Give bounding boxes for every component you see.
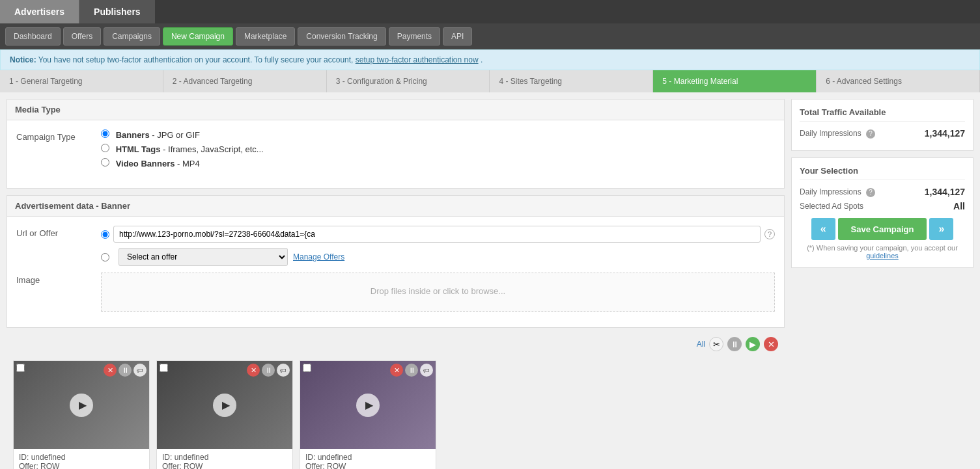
banner-checkbox-1[interactable] <box>16 364 25 372</box>
offer-select-row: Select an offer Manage Offers <box>101 248 775 266</box>
banner-info-3: ID: undefined Offer: ROW Active <box>300 449 436 469</box>
notice-link[interactable]: setup two-factor authentication now <box>356 55 479 64</box>
banner-id-2: ID: undefined <box>162 453 287 462</box>
nav-bar: Dashboard Offers Campaigns New Campaign … <box>0 23 980 49</box>
nav-campaigns[interactable]: Campaigns <box>104 27 160 46</box>
nav-new-campaign[interactable]: New Campaign <box>163 27 233 46</box>
step-6[interactable]: 6 - Advanced Settings <box>817 70 980 92</box>
radio-banners[interactable]: Banners - JPG or GIF <box>101 129 775 140</box>
next-button[interactable]: » <box>929 218 953 240</box>
radio-html-tags[interactable]: HTML Tags - Iframes, JavaScript, etc... <box>101 144 775 154</box>
nav-dashboard[interactable]: Dashboard <box>5 27 61 46</box>
left-panel: Media Type Campaign Type Banners - JPG o… <box>7 99 785 469</box>
step-4[interactable]: 4 - Sites Targeting <box>490 70 653 92</box>
radio-html-input[interactable] <box>101 144 109 152</box>
toolbar-all[interactable]: All <box>697 340 705 349</box>
image-drop-area[interactable]: Drop files inside or click to browse... <box>101 273 775 312</box>
banner-info-2: ID: undefined Offer: ROW Active <box>157 449 292 469</box>
video-suffix: - MP4 <box>175 159 199 168</box>
banner-delete-2[interactable]: ✕ <box>247 364 260 377</box>
ad-spots-row: Selected Ad Spots All <box>800 201 965 211</box>
step-2[interactable]: 2 - Advanced Targeting <box>163 70 327 92</box>
action-buttons: « Save Campaign » <box>800 218 965 240</box>
traffic-title: Total Traffic Available <box>800 107 965 122</box>
radio-url[interactable] <box>101 230 109 239</box>
radio-video-input[interactable] <box>101 158 109 167</box>
accept-text: (*) When saving your campaign, you accep… <box>800 244 965 260</box>
traffic-impressions-row: Daily Impressions ? 1,344,127 <box>800 128 965 139</box>
banner-checkbox-3[interactable] <box>303 364 311 372</box>
campaign-type-options: Banners - JPG or GIF HTML Tags - Iframes… <box>101 129 775 172</box>
play-icon-2 <box>213 394 236 417</box>
banners-label: Banners <box>116 130 150 140</box>
toolbar-scissors-icon[interactable]: ✂ <box>709 337 723 351</box>
media-type-section: Media Type Campaign Type Banners - JPG o… <box>7 99 785 189</box>
step-3[interactable]: 3 - Configuration & Pricing <box>327 70 490 92</box>
banner-delete-1[interactable]: ✕ <box>104 364 117 377</box>
banner-offer-2: Offer: ROW <box>162 462 287 469</box>
total-traffic-panel: Total Traffic Available Daily Impression… <box>791 99 973 151</box>
banner-pause-2[interactable]: ⏸ <box>262 364 275 377</box>
toolbar-play-icon[interactable]: ▶ <box>746 337 760 351</box>
selection-title: Your Selection <box>800 166 965 180</box>
radio-video-banners[interactable]: Video Banners - MP4 <box>101 158 775 168</box>
ad-data-section: Advertisement data - Banner Url or Offer… <box>7 195 785 328</box>
toolbar-delete-icon[interactable]: ✕ <box>764 337 778 351</box>
traffic-impressions-value: 1,344,127 <box>925 128 965 139</box>
notice-suffix: . <box>481 55 483 64</box>
nav-conversion-tracking[interactable]: Conversion Tracking <box>298 27 385 46</box>
nav-offers[interactable]: Offers <box>63 27 101 46</box>
ad-spots-label: Selected Ad Spots <box>800 202 863 211</box>
traffic-help-icon[interactable]: ? <box>866 129 875 139</box>
banner-tag-3[interactable]: 🏷 <box>420 364 433 377</box>
advertisers-tab[interactable]: Advertisers <box>0 0 79 23</box>
banner-img-wrap-2: ✕ ⏸ 🏷 <box>157 361 292 449</box>
banner-controls-3: ✕ ⏸ 🏷 <box>390 364 433 377</box>
step-5[interactable]: 5 - Marketing Material <box>653 70 817 92</box>
nav-payments[interactable]: Payments <box>389 27 440 46</box>
url-help-icon[interactable]: ? <box>764 229 775 239</box>
banner-id-1: ID: undefined <box>19 453 144 462</box>
guidelines-link[interactable]: guidelines <box>866 252 899 260</box>
nav-api[interactable]: API <box>443 27 472 46</box>
play-icon-1 <box>70 394 93 417</box>
toolbar-pause-icon[interactable]: ⏸ <box>727 337 742 351</box>
banner-tag-2[interactable]: 🏷 <box>277 364 290 377</box>
notice-bar: Notice: You have not setup two-factor au… <box>0 49 980 70</box>
step-1[interactable]: 1 - General Targeting <box>0 70 163 92</box>
nav-marketplace[interactable]: Marketplace <box>236 27 295 46</box>
publishers-tab[interactable]: Publishers <box>79 0 155 23</box>
banner-grid: ✕ ⏸ 🏷 ID: undefined Offer: ROW Active <box>7 354 785 469</box>
video-label: Video Banners <box>116 159 175 168</box>
banner-pause-3[interactable]: ⏸ <box>405 364 418 377</box>
selection-impressions-value: 1,344,127 <box>925 187 965 197</box>
banner-id-3: ID: undefined <box>305 453 430 462</box>
prev-button[interactable]: « <box>811 218 835 240</box>
banner-img-wrap-3: ✕ ⏸ 🏷 <box>300 361 436 449</box>
radio-offer[interactable] <box>101 253 109 261</box>
banner-img-wrap-1: ✕ ⏸ 🏷 <box>14 361 149 449</box>
save-campaign-button[interactable]: Save Campaign <box>838 218 927 240</box>
role-tabs: Advertisers Publishers <box>0 0 980 23</box>
ad-data-title: Advertisement data - Banner <box>7 196 784 217</box>
campaign-type-row: Campaign Type Banners - JPG or GIF HTML … <box>16 129 775 172</box>
banner-checkbox-2[interactable] <box>160 364 168 372</box>
banner-offer-1: Offer: ROW <box>19 462 144 469</box>
url-input-row: ? <box>101 226 775 243</box>
selection-impressions-label: Daily Impressions ? <box>800 187 875 197</box>
image-dropzone[interactable]: Drop files inside or click to browse... <box>101 273 775 312</box>
url-label: Url or Offer <box>16 226 101 238</box>
offer-select[interactable]: Select an offer <box>119 248 288 266</box>
url-input[interactable] <box>113 226 761 243</box>
manage-offers-link[interactable]: Manage Offers <box>293 252 344 261</box>
media-type-title: Media Type <box>7 100 784 120</box>
url-offer-control: ? Select an offer Manage Offers <box>101 226 775 266</box>
selection-help-icon[interactable]: ? <box>866 188 875 197</box>
steps-bar: 1 - General Targeting 2 - Advanced Targe… <box>0 70 980 92</box>
image-label: Image <box>16 273 101 285</box>
banner-pause-1[interactable]: ⏸ <box>119 364 132 377</box>
banner-delete-3[interactable]: ✕ <box>390 364 403 377</box>
radio-banners-input[interactable] <box>101 129 109 138</box>
banner-tag-1[interactable]: 🏷 <box>133 364 147 377</box>
right-panel: Total Traffic Available Daily Impression… <box>791 99 973 469</box>
